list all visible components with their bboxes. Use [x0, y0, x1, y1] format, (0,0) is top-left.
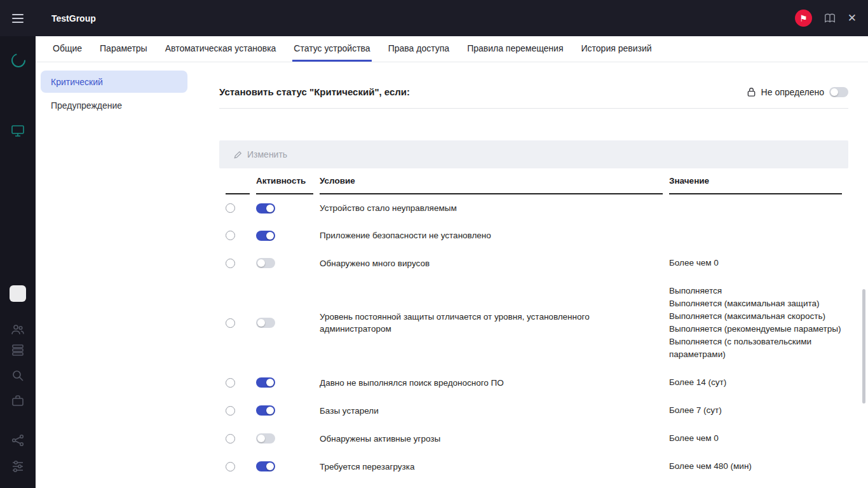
left-rail: [0, 36, 36, 488]
window-title: TestGroup: [51, 13, 96, 24]
activity-toggle[interactable]: [256, 318, 275, 328]
condition-cell: Устройство стало неуправляемым: [320, 194, 663, 222]
value-cell: Выполняется Выполняется (максимальная за…: [669, 277, 842, 369]
table-row: Уровень постоянной защиты отличается от …: [226, 277, 842, 369]
topology-icon[interactable]: [11, 433, 25, 447]
sidebar-item-0[interactable]: Критический: [41, 71, 187, 93]
activity-toggle[interactable]: [256, 405, 275, 416]
activity-toggle[interactable]: [256, 433, 275, 444]
condition-cell: Обнаружено много вирусов: [320, 249, 663, 277]
table-row: Устройство стало неуправляемым: [226, 194, 842, 222]
briefcase-icon[interactable]: [11, 394, 25, 408]
table-row: Давно не выполнялся поиск вредоносного П…: [226, 369, 842, 396]
lock-icon: [747, 87, 756, 97]
activity-toggle[interactable]: [256, 258, 275, 268]
edit-label: Изменить: [247, 149, 287, 159]
condition-cell: Уровень постоянной защиты отличается от …: [320, 277, 663, 369]
pencil-icon: [233, 150, 243, 159]
devices-monitor-icon[interactable]: [11, 124, 25, 138]
col-condition: Условие: [320, 168, 663, 194]
topbar-actions: ⚑ ✕: [795, 10, 868, 27]
undefined-control: Не определено: [747, 87, 848, 97]
help-book-icon[interactable]: [824, 13, 836, 24]
condition-cell: Приложение безопасности не установлено: [320, 222, 663, 249]
activity-toggle[interactable]: [256, 461, 275, 471]
edit-button[interactable]: Изменить: [229, 149, 291, 160]
value-cell: [669, 194, 842, 222]
tab-2[interactable]: Автоматическая установка: [164, 36, 278, 62]
activity-toggle[interactable]: [256, 377, 275, 388]
table-header-row: Активность Условие Значение: [226, 168, 842, 194]
value-cell: Более чем 0: [669, 424, 842, 452]
close-icon[interactable]: ✕: [848, 13, 857, 24]
value-cell: Более 14 (сут): [669, 369, 842, 396]
content-area: ОбщиеПараметрыАвтоматическая установкаСт…: [36, 36, 868, 488]
table-row: Обнаружено много вирусов Более чем 0: [226, 249, 842, 277]
condition-cell: Обнаружены активные угрозы: [320, 424, 663, 452]
value-cell: [669, 222, 842, 249]
panel-header: Установить статус "Критический", если: Н…: [219, 86, 848, 109]
tab-3[interactable]: Статус устройства: [292, 36, 371, 62]
tab-1[interactable]: Параметры: [98, 36, 149, 62]
undefined-label: Не определено: [761, 87, 824, 97]
tab-bar: ОбщиеПараметрыАвтоматическая установкаСт…: [36, 36, 868, 62]
condition-cell: Базы устарели: [320, 396, 663, 424]
activity-toggle[interactable]: [256, 203, 275, 214]
col-select: [226, 168, 250, 194]
conditions-tbody: Устройство стало неуправляемым Приложени…: [226, 194, 842, 480]
search-icon[interactable]: [11, 369, 25, 383]
row-select-radio[interactable]: [226, 378, 235, 388]
value-cell: Более 7 (сут): [669, 396, 842, 424]
conditions-table: Активность Условие Значение Устройство с…: [219, 168, 848, 480]
panel-title: Установить статус "Критический", если:: [219, 86, 410, 97]
activity-toggle[interactable]: [256, 231, 275, 241]
table-row: Обнаружены активные угрозы Более чем 0: [226, 424, 842, 452]
tab-0[interactable]: Общие: [51, 36, 83, 62]
status-sidebar: КритическийПредупреждение: [36, 62, 219, 488]
row-select-radio[interactable]: [226, 406, 235, 416]
table-toolbar: Изменить: [219, 140, 848, 168]
sidebar-item-1[interactable]: Предупреждение: [41, 94, 187, 116]
logo-ring-icon[interactable]: [11, 53, 26, 68]
row-select-radio[interactable]: [226, 231, 235, 240]
condition-cell: Требуется перезагрузка: [320, 452, 663, 480]
table-row: Приложение безопасности не установлено: [226, 222, 842, 249]
col-value: Значение: [669, 168, 842, 194]
table-row: Требуется перезагрузка Более чем 480 (ми…: [226, 452, 842, 480]
condition-cell: Давно не выполнялся поиск вредоносного П…: [320, 369, 663, 396]
row-select-radio[interactable]: [226, 318, 235, 328]
tab-5[interactable]: Правила перемещения: [466, 36, 564, 62]
col-activity: Активность: [256, 168, 313, 194]
vertical-scrollbar[interactable]: [862, 289, 865, 403]
row-select-radio[interactable]: [226, 434, 235, 444]
brand-flag-icon[interactable]: ⚑: [795, 10, 812, 27]
tab-4[interactable]: Права доступа: [387, 36, 451, 62]
status-panel: Установить статус "Критический", если: Н…: [219, 62, 848, 488]
topbar: TestGroup ⚑ ✕: [0, 0, 868, 36]
settings-sliders-icon[interactable]: [11, 459, 25, 473]
value-cell: Более чем 480 (мин): [669, 452, 842, 480]
active-section-tile[interactable]: [10, 285, 26, 302]
value-cell: Более чем 0: [669, 249, 842, 277]
row-select-radio[interactable]: [226, 203, 235, 213]
undefined-toggle[interactable]: [829, 87, 848, 97]
servers-stack-icon[interactable]: [11, 343, 25, 357]
users-icon[interactable]: [11, 323, 25, 337]
row-select-radio[interactable]: [226, 462, 235, 471]
row-select-radio[interactable]: [226, 259, 235, 268]
tab-6[interactable]: История ревизий: [580, 36, 653, 62]
table-row: Базы устарели Более 7 (сут): [226, 396, 842, 424]
menu-icon[interactable]: [0, 0, 36, 36]
